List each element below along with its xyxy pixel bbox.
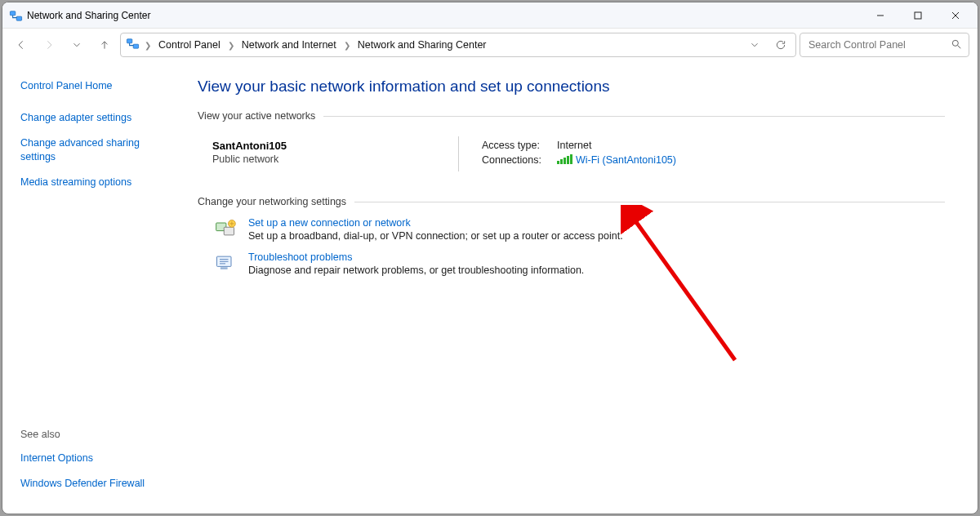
app-icon <box>9 9 22 22</box>
network-name: SantAntoni105 <box>212 140 458 152</box>
sidebar-link-advanced-sharing[interactable]: Change advanced sharing settings <box>20 136 168 164</box>
access-type-label: Access type: <box>482 140 557 151</box>
refresh-button[interactable] <box>771 35 791 55</box>
network-type: Public network <box>212 153 458 165</box>
forward-button[interactable] <box>37 33 61 56</box>
svg-rect-10 <box>220 267 228 269</box>
breadcrumb-item[interactable]: Network and Sharing Center <box>355 38 489 52</box>
up-button[interactable] <box>92 33 117 56</box>
search-icon <box>951 38 962 52</box>
task-setup-connection-link[interactable]: Set up a new connection or network <box>248 217 623 229</box>
window-frame: Network and Sharing Center <box>2 2 978 514</box>
sidebar-link-adapter[interactable]: Change adapter settings <box>20 111 168 125</box>
troubleshoot-icon <box>214 251 237 274</box>
svg-point-5 <box>952 40 958 46</box>
see-also-label: See also <box>20 429 168 440</box>
sidebar-link-media-streaming[interactable]: Media streaming options <box>20 176 168 189</box>
control-panel-home-link[interactable]: Control Panel Home <box>20 79 168 93</box>
address-bar[interactable]: ❯ Control Panel ❯ Network and Internet ❯… <box>120 33 796 57</box>
svg-rect-2 <box>915 12 921 19</box>
address-dropdown-button[interactable] <box>745 35 764 55</box>
minimize-button[interactable] <box>862 3 899 28</box>
see-also-firewall[interactable]: Windows Defender Firewall <box>20 477 168 491</box>
back-button[interactable] <box>9 33 33 56</box>
connections-label: Connections: <box>482 154 557 166</box>
body: Control Panel Home Change adapter settin… <box>2 61 978 514</box>
window-controls <box>862 3 974 28</box>
task-troubleshoot-desc: Diagnose and repair network problems, or… <box>248 265 584 276</box>
active-networks-label: View your active networks <box>198 110 945 122</box>
svg-rect-4 <box>133 44 138 48</box>
active-network-block: SantAntoni105 Public network Access type… <box>198 136 945 171</box>
window-title: Network and Sharing Center <box>27 10 150 21</box>
connection-link[interactable]: Wi-Fi (SantAntoni105) <box>557 154 676 166</box>
task-troubleshoot-link[interactable]: Troubleshoot problems <box>248 251 584 263</box>
access-type-value: Internet <box>557 140 591 151</box>
see-also-internet-options[interactable]: Internet Options <box>20 452 168 465</box>
task-troubleshoot: Troubleshoot problems Diagnose and repai… <box>214 251 945 276</box>
recent-locations-button[interactable] <box>65 33 89 56</box>
sidebar: Control Panel Home Change adapter settin… <box>2 61 176 514</box>
svg-rect-0 <box>10 11 15 15</box>
chevron-right-icon: ❯ <box>145 41 151 50</box>
chevron-right-icon: ❯ <box>228 41 234 50</box>
search-box[interactable] <box>800 33 969 57</box>
breadcrumb-item[interactable]: Network and Internet <box>239 38 339 52</box>
search-input[interactable] <box>807 38 946 51</box>
maximize-button[interactable] <box>899 3 937 28</box>
close-button[interactable] <box>937 3 974 28</box>
title-bar: Network and Sharing Center <box>2 2 978 29</box>
content: View your basic network information and … <box>176 61 978 514</box>
address-icon <box>126 37 140 53</box>
task-setup-connection: Set up a new connection or network Set u… <box>214 217 945 242</box>
signal-strength-icon <box>557 154 572 164</box>
chevron-right-icon: ❯ <box>344 41 350 50</box>
change-networking-label: Change your networking settings <box>198 196 945 207</box>
svg-rect-3 <box>127 39 131 43</box>
page-heading: View your basic network information and … <box>198 78 945 96</box>
svg-rect-1 <box>16 16 21 20</box>
task-setup-connection-desc: Set up a broadband, dial-up, or VPN conn… <box>248 230 623 242</box>
breadcrumb-item[interactable]: Control Panel <box>156 38 223 52</box>
svg-rect-7 <box>224 227 234 235</box>
nav-bar: ❯ Control Panel ❯ Network and Internet ❯… <box>2 29 978 61</box>
setup-connection-icon <box>214 217 237 240</box>
